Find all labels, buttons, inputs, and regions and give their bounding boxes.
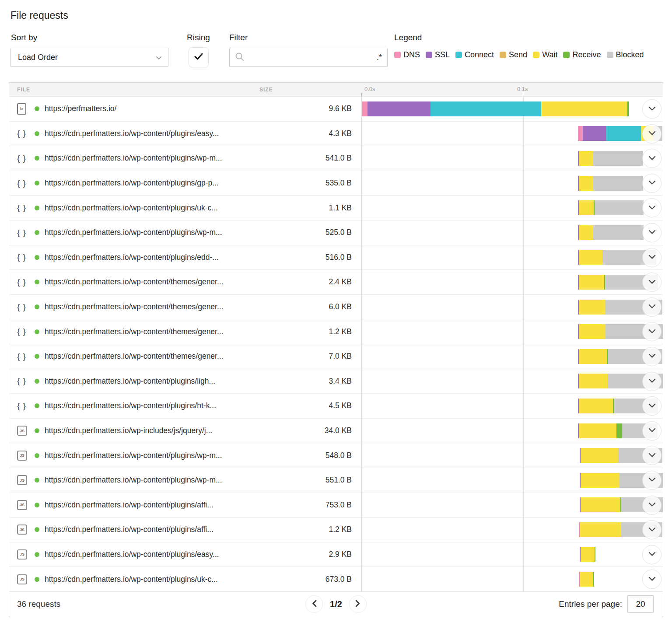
timeline-gridline: [523, 196, 524, 220]
expand-row-button[interactable]: [642, 471, 662, 490]
timeline-cell: [361, 196, 663, 220]
waterfall-segment-wait: [579, 176, 593, 191]
entries-per-page-input[interactable]: [627, 595, 654, 613]
request-size: 3.4 KB: [299, 377, 352, 386]
expand-row-button[interactable]: [642, 248, 662, 267]
css-file-icon: { }: [17, 203, 26, 213]
table-row: { }https://cdn.perfmatters.io/wp-content…: [9, 270, 663, 295]
expand-row-button[interactable]: [642, 174, 662, 193]
request-url: https://cdn.perfmatters.io/wp-content/th…: [45, 352, 299, 361]
column-header-file: FILE: [17, 87, 30, 93]
timeline-gridline: [523, 319, 524, 344]
legend-swatch: [563, 52, 570, 58]
expand-row-button[interactable]: [642, 198, 662, 217]
page-title: File requests: [10, 10, 68, 21]
axis-tick-mark: [361, 93, 362, 96]
chevron-down-icon: [648, 477, 656, 483]
table-footer: 36 requests 1/2 Entries per page:: [9, 592, 663, 617]
request-url: https://cdn.perfmatters.io/wp-content/pl…: [45, 550, 299, 559]
previous-page-button[interactable]: [305, 595, 323, 613]
css-file-icon: { }: [17, 129, 26, 138]
sort-by-select[interactable]: Load Order: [10, 48, 168, 67]
expand-row-button[interactable]: [642, 223, 662, 242]
waterfall-segment-receive: [595, 547, 595, 562]
expand-row-button[interactable]: [642, 396, 662, 416]
css-file-icon: { }: [17, 352, 26, 361]
expand-row-button[interactable]: [642, 273, 662, 292]
expand-row-button[interactable]: [642, 99, 662, 119]
timeline-cell: [361, 146, 663, 171]
table-row: { }https://cdn.perfmatters.io/wp-content…: [9, 220, 663, 245]
request-size: 4.3 KB: [299, 129, 352, 138]
status-dot: [35, 255, 39, 260]
expand-row-button[interactable]: [642, 520, 662, 539]
timeline-cell: [361, 394, 663, 418]
table-row: { }https://cdn.perfmatters.io/wp-content…: [9, 146, 663, 171]
timeline-cell: [361, 171, 663, 196]
request-url: https://cdn.perfmatters.io/wp-content/th…: [45, 327, 299, 336]
legend-item-label: Connect: [465, 50, 494, 59]
timeline-gridline: [523, 394, 524, 418]
filter-input[interactable]: [248, 53, 377, 62]
table-row: { }https://cdn.perfmatters.io/wp-content…: [9, 319, 663, 344]
waterfall-bar: [578, 225, 644, 240]
css-file-icon: { }: [17, 154, 26, 163]
status-dot: [35, 106, 39, 111]
request-url: https://cdn.perfmatters.io/wp-content/th…: [45, 302, 299, 311]
expand-row-button[interactable]: [642, 372, 662, 391]
legend-item-label: Blocked: [616, 50, 644, 59]
waterfall-segment-wait: [579, 300, 605, 315]
rising-checkbox[interactable]: [189, 47, 209, 67]
timeline-cell: [361, 567, 663, 591]
next-page-button[interactable]: [349, 595, 367, 613]
chevron-down-icon: [648, 205, 656, 211]
timeline-gridline: [523, 270, 524, 294]
sort-by-label: Sort by: [11, 33, 37, 42]
file-cell: { }https://cdn.perfmatters.io/wp-content…: [9, 369, 361, 394]
status-dot: [35, 354, 39, 359]
expand-row-button[interactable]: [642, 297, 662, 317]
request-size: 2.4 KB: [299, 277, 352, 287]
timeline-gridline: [523, 542, 524, 567]
chevron-down-icon: [648, 155, 656, 162]
request-size: 2.9 KB: [299, 550, 352, 559]
request-rows: />https://perfmatters.io/9.6 KB{ }https:…: [9, 97, 663, 592]
request-url: https://cdn.perfmatters.io/wp-content/pl…: [45, 401, 299, 410]
request-url: https://cdn.perfmatters.io/wp-content/pl…: [45, 129, 299, 138]
expand-row-button[interactable]: [642, 149, 662, 168]
request-url: https://cdn.perfmatters.io/wp-content/pl…: [45, 253, 299, 262]
timeline-gridline: [523, 295, 524, 319]
waterfall-segment-wait: [541, 101, 627, 116]
waterfall-segment-wait: [580, 572, 593, 587]
file-cell: { }https://cdn.perfmatters.io/wp-content…: [9, 122, 361, 146]
axis-tick-mark: [523, 93, 523, 96]
waterfall-segment-wait: [579, 250, 602, 265]
expand-row-button[interactable]: [642, 570, 662, 589]
expand-row-button[interactable]: [642, 421, 662, 441]
timeline-cell: [361, 419, 663, 443]
chevron-down-icon: [648, 279, 656, 286]
expand-row-button[interactable]: [642, 347, 662, 366]
rising-label: Rising: [187, 33, 210, 42]
expand-row-button[interactable]: [642, 545, 662, 564]
file-cell: { }https://cdn.perfmatters.io/wp-content…: [9, 245, 361, 270]
sort-by-value: Load Order: [18, 53, 156, 62]
legend: DNSSSLConnectSendWaitReceiveBlocked: [394, 50, 644, 59]
chevron-down-icon: [648, 329, 656, 335]
request-size: 34.0 KB: [299, 426, 352, 435]
timeline-cell: [361, 270, 663, 294]
waterfall-segment-wait: [579, 399, 613, 413]
legend-item-ssl: SSL: [426, 50, 450, 59]
file-cell: { }https://cdn.perfmatters.io/wp-content…: [9, 344, 361, 369]
waterfall-bar: [579, 572, 594, 587]
chevron-down-icon: [648, 427, 656, 434]
chevron-down-icon: [648, 403, 656, 409]
regex-hint: .*: [377, 53, 382, 62]
expand-row-button[interactable]: [642, 446, 662, 465]
file-cell: />https://perfmatters.io/9.6 KB: [9, 97, 361, 121]
expand-row-button[interactable]: [642, 124, 662, 143]
expand-row-button[interactable]: [642, 496, 662, 515]
waterfall-segment-connect: [606, 126, 641, 141]
timeline-gridline: [523, 493, 524, 518]
js-file-icon: JS: [17, 549, 27, 560]
